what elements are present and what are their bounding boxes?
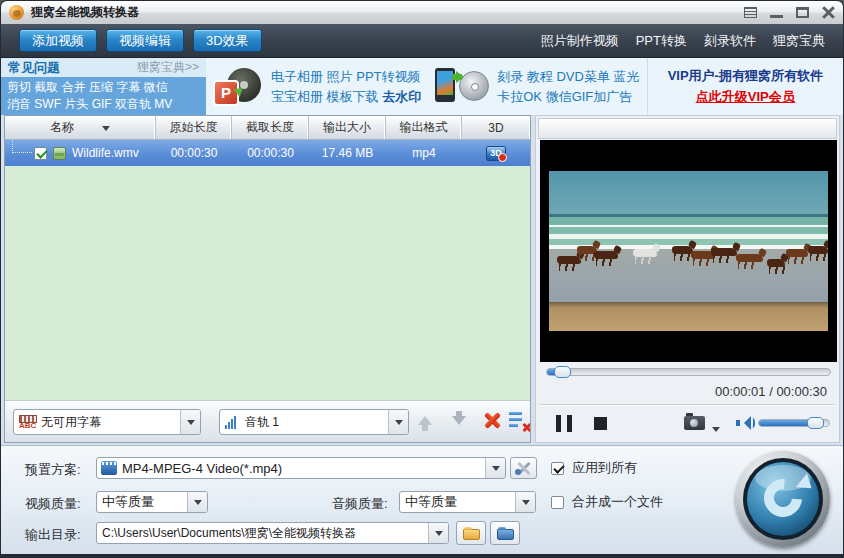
title-bar: 狸窝全能视频转换器 xyxy=(1,1,843,24)
menu-ppt-convert[interactable]: PPT转换 xyxy=(636,32,687,50)
faq-panel: 常见问题 狸窝宝典>> 剪切 截取 合并 压缩 字幕 微信 消音 SWF 片头 … xyxy=(1,58,206,115)
file-name: Wildlife.wmv xyxy=(72,146,139,160)
3d-status-icon[interactable]: 3D xyxy=(486,146,506,161)
faq-links-line2[interactable]: 消音 SWF 片头 GIF 双音轨 MV xyxy=(7,96,200,113)
sort-dropdown-icon xyxy=(102,126,110,135)
audio-track-select[interactable]: 音轨 1 xyxy=(219,409,409,435)
video-quality-label: 视频质量: xyxy=(25,495,81,513)
convert-button[interactable] xyxy=(736,451,830,547)
promo-burn-tools: 刻录 教程 DVD菜单 蓝光 卡拉OK 微信GIF加广告 xyxy=(428,58,646,115)
vip-text: VIP用户-拥有狸窝所有软件 xyxy=(668,67,823,85)
app-logo-icon xyxy=(9,5,24,20)
close-button[interactable] xyxy=(822,7,835,18)
snapshot-button[interactable] xyxy=(684,416,705,430)
snapshot-dropdown-arrow[interactable] xyxy=(712,427,720,436)
video-frame xyxy=(549,171,828,331)
preset-select[interactable]: MP4-MPEG-4 Video(*.mp4) xyxy=(96,457,506,479)
preset-label: 预置方案: xyxy=(25,461,81,479)
window-title: 狸窝全能视频转换器 xyxy=(31,4,139,21)
video-quality-dropdown-arrow[interactable] xyxy=(187,492,207,512)
cell-original-length: 00:00:30 xyxy=(156,146,232,160)
audio-track-icon xyxy=(225,415,240,429)
menu-liwo-baodian[interactable]: 狸窝宝典 xyxy=(773,32,825,50)
output-dir-select[interactable]: C:\Users\User\Documents\狸窝\全能视频转换器 xyxy=(96,522,449,544)
faq-title: 常见问题 xyxy=(8,59,60,77)
merge-option[interactable]: 合并成一个文件 xyxy=(551,493,663,511)
settings-panel: 预置方案: MP4-MPEG-4 Video(*.mp4) 应用到所有 视频质量… xyxy=(1,445,843,554)
add-video-button[interactable]: 添加视频 xyxy=(19,29,97,52)
column-header-3d[interactable]: 3D xyxy=(462,116,530,139)
video-display[interactable] xyxy=(540,140,837,362)
promo1-links-line2[interactable]: 宝宝相册 模板下载 去水印 xyxy=(271,87,421,107)
main-toolbar: 添加视频 视频编辑 3D效果 照片制作视频 PPT转换 刻录软件 狸窝宝典 xyxy=(1,24,843,58)
column-header-original-length[interactable]: 原始长度 xyxy=(156,116,232,139)
volume-icon[interactable] xyxy=(736,415,754,431)
merge-checkbox[interactable] xyxy=(551,496,564,509)
browse-folder-button[interactable] xyxy=(490,521,520,545)
audio-quality-label: 音频质量: xyxy=(332,495,388,513)
promo2-links-line1[interactable]: 刻录 教程 DVD菜单 蓝光 xyxy=(497,67,639,87)
minimize-button[interactable] xyxy=(770,15,783,18)
3d-effect-button[interactable]: 3D效果 xyxy=(193,29,262,52)
table-header: 名称 原始长度 截取长度 输出大小 输出格式 3D xyxy=(5,116,530,140)
seek-handle[interactable] xyxy=(554,366,571,378)
move-up-button[interactable] xyxy=(413,409,437,433)
row-checkbox[interactable] xyxy=(34,147,47,160)
output-dir-label: 输出目录: xyxy=(25,526,81,544)
preview-panel: 00:00:01 / 00:00:30 xyxy=(535,115,840,443)
seek-bar[interactable] xyxy=(546,366,831,378)
column-header-name[interactable]: 名称 xyxy=(5,116,156,139)
move-down-button[interactable] xyxy=(447,409,471,433)
audio-quality-dropdown-arrow[interactable] xyxy=(515,492,535,512)
promo-photo-album: P 电子相册 照片 PPT转视频 宝宝相册 模板下载 去水印 xyxy=(206,58,428,115)
preset-settings-button[interactable] xyxy=(510,457,537,479)
device-disc-icon xyxy=(435,66,489,108)
vip-upgrade-link[interactable]: 点此升级VIP会员 xyxy=(696,88,795,106)
table-row[interactable]: Wildlife.wmv 00:00:30 00:00:30 17.46 MB … xyxy=(5,140,530,166)
faq-more-link[interactable]: 狸窝宝典>> xyxy=(137,59,199,76)
open-folder-button[interactable] xyxy=(456,521,486,545)
audio-quality-select[interactable]: 中等质量 xyxy=(399,491,536,513)
column-header-output-format[interactable]: 输出格式 xyxy=(386,116,462,139)
preset-format-icon xyxy=(101,461,117,475)
vip-panel: VIP用户-拥有狸窝所有软件 点此升级VIP会员 xyxy=(647,58,843,115)
pause-button[interactable] xyxy=(556,415,572,432)
promo1-links-line1[interactable]: 电子相册 照片 PPT转视频 xyxy=(271,67,421,87)
cell-output-size: 17.46 MB xyxy=(309,146,386,160)
volume-slider[interactable] xyxy=(758,417,830,429)
file-list-panel: 名称 原始长度 截取长度 输出大小 输出格式 3D Wildlife.wmv 0… xyxy=(4,115,531,443)
subtitle-select[interactable]: ABC 无可用字幕 xyxy=(13,409,201,435)
ppt-filmreel-icon: P xyxy=(213,66,263,108)
toolbar-menu: 照片制作视频 PPT转换 刻录软件 狸窝宝典 xyxy=(541,32,825,50)
output-dir-dropdown-arrow[interactable] xyxy=(428,523,448,543)
video-edit-button[interactable]: 视频编辑 xyxy=(106,29,184,52)
playback-controls xyxy=(536,405,839,444)
maximize-button[interactable] xyxy=(796,7,809,18)
app-window: 狸窝全能视频转换器 添加视频 视频编辑 3D效果 照片制作视频 PPT转换 刻录… xyxy=(0,0,844,558)
volume-handle[interactable] xyxy=(807,417,824,429)
subtitle-dropdown-arrow[interactable] xyxy=(180,410,200,434)
video-file-icon xyxy=(53,147,66,160)
preview-toolbar xyxy=(538,118,837,139)
menu-photo-to-video[interactable]: 照片制作视频 xyxy=(541,32,619,50)
delete-button[interactable] xyxy=(481,409,505,433)
faq-links-line1[interactable]: 剪切 截取 合并 压缩 字幕 微信 xyxy=(7,79,200,96)
apply-all-checkbox[interactable] xyxy=(551,462,564,475)
preset-dropdown-arrow[interactable] xyxy=(485,458,505,478)
video-quality-select[interactable]: 中等质量 xyxy=(96,491,208,513)
cell-output-format: mp4 xyxy=(386,146,462,160)
apply-all-option[interactable]: 应用到所有 xyxy=(551,459,637,477)
playback-time: 00:00:01 / 00:00:30 xyxy=(715,384,827,399)
promo2-links-line2[interactable]: 卡拉OK 微信GIF加广告 xyxy=(497,87,639,107)
window-menu-icon[interactable] xyxy=(744,7,757,18)
column-header-cut-length[interactable]: 截取长度 xyxy=(232,116,309,139)
column-header-output-size[interactable]: 输出大小 xyxy=(309,116,386,139)
menu-burn-software[interactable]: 刻录软件 xyxy=(704,32,756,50)
stop-button[interactable] xyxy=(594,417,607,430)
apply-all-label: 应用到所有 xyxy=(572,459,637,477)
audio-dropdown-arrow[interactable] xyxy=(388,410,408,434)
tree-connector xyxy=(12,140,32,153)
clear-list-button[interactable] xyxy=(508,409,531,433)
list-controls-bar: ABC 无可用字幕 音轨 1 xyxy=(5,400,530,442)
merge-label: 合并成一个文件 xyxy=(572,493,663,511)
